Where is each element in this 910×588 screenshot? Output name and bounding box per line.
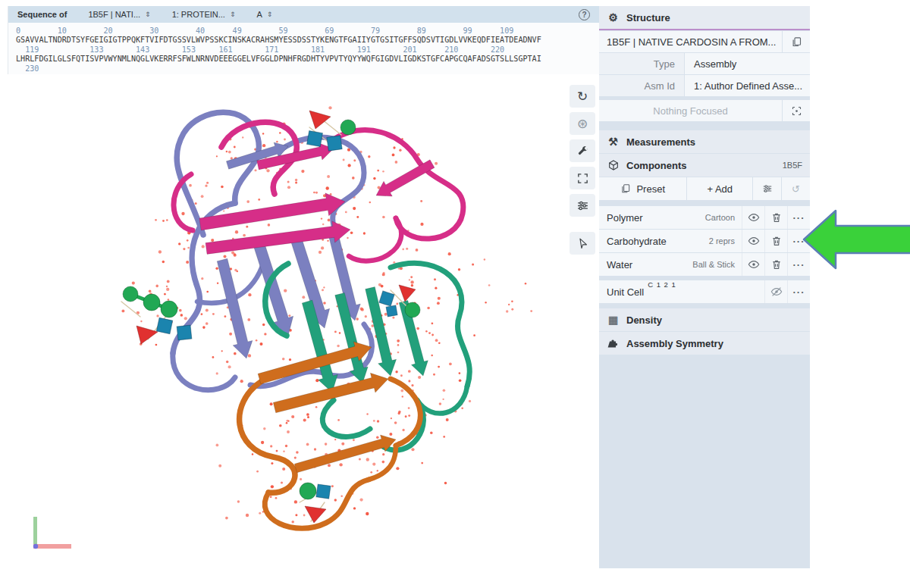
- screenshot-icon[interactable]: ⊛: [570, 112, 595, 135]
- chain-select[interactable]: A ⇕: [256, 10, 272, 19]
- structure-section-header[interactable]: ⚙ Structure: [599, 6, 810, 30]
- history-icon[interactable]: ↺: [782, 177, 810, 200]
- section-gap: [599, 121, 810, 130]
- viewer-settings-icon[interactable]: [570, 194, 595, 217]
- polymer-chain-purple[interactable]: [173, 112, 372, 390]
- structure-title: 1B5F | NATIVE CARDOSIN A FROM...: [599, 31, 782, 52]
- unit-cell-row[interactable]: Unit Cell C 1 2 1 ···: [599, 280, 810, 303]
- type-value[interactable]: Assembly: [685, 53, 810, 74]
- focus-placeholder: Nothing Focused: [599, 100, 782, 121]
- density-grid-icon: ▦: [607, 314, 620, 326]
- section-gap: [599, 200, 810, 205]
- asm-id-value[interactable]: 1: Author Defined Asse...: [685, 75, 810, 96]
- focus-row: Nothing Focused: [599, 100, 810, 121]
- more-options-icon[interactable]: ···: [787, 280, 810, 303]
- assembly-symmetry-section-header[interactable]: Assembly Symmetry: [599, 332, 810, 355]
- entity-select[interactable]: 1: PROTEIN... ⇕: [172, 10, 236, 19]
- visibility-eye-icon[interactable]: [742, 206, 764, 229]
- components-section-header[interactable]: Components 1B5F: [599, 154, 810, 177]
- molecule-canvas[interactable]: ↻ ⊛: [8, 74, 599, 567]
- visibility-eye-icon[interactable]: [742, 253, 764, 276]
- chevron-updown-icon: ⇕: [267, 11, 273, 18]
- structure-select[interactable]: 1B5F | NATI... ⇕: [88, 10, 150, 19]
- bookmark-icon[interactable]: [783, 31, 810, 52]
- sequence-header-bar: Sequence of 1B5F | NATI... ⇕ 1: PROTEIN.…: [8, 6, 599, 23]
- sequence-numbers-row-2: 119 133 143 153 161 171 181 191 201 210 …: [16, 45, 592, 55]
- sequence-numbers-row-3: 230: [16, 64, 592, 74]
- component-row-water[interactable]: Water Ball & Stick ···: [599, 253, 810, 276]
- axes-widget: [33, 517, 71, 549]
- components-header-label: Components: [626, 160, 686, 171]
- chevron-updown-icon: ⇕: [230, 11, 236, 18]
- sequence-residues-row-2[interactable]: LHRLFDGILGLSFQTISVPVWYNMLNQGLVKERRFSFWLN…: [16, 55, 592, 64]
- visibility-eye-off-icon[interactable]: [764, 280, 787, 303]
- section-gap: [599, 303, 810, 308]
- bookmark-icon: [620, 183, 631, 194]
- expand-fullscreen-icon[interactable]: [570, 167, 595, 189]
- more-options-icon[interactable]: ···: [787, 253, 810, 276]
- puzzle-piece-icon: [607, 337, 620, 349]
- component-options-sliders-icon[interactable]: [753, 177, 781, 200]
- unit-cell-spacegroup: C 1 2 1: [648, 280, 676, 303]
- help-icon[interactable]: ?: [579, 9, 590, 20]
- trash-icon[interactable]: [764, 230, 787, 252]
- visibility-eye-icon[interactable]: [742, 230, 764, 252]
- more-options-icon[interactable]: ···: [787, 206, 810, 229]
- viewer-toolbar: ↻ ⊛: [570, 85, 595, 255]
- preset-button[interactable]: Preset: [599, 177, 686, 200]
- trash-icon[interactable]: [764, 206, 787, 229]
- component-row-polymer[interactable]: Polymer Cartoon ···: [599, 206, 810, 229]
- molecule-3d-view[interactable]: [8, 74, 599, 567]
- add-component-button[interactable]: + Add: [687, 177, 752, 200]
- annotation-arrow: [801, 206, 910, 274]
- measurements-header-label: Measurements: [626, 136, 695, 148]
- asm-id-label: Asm Id: [599, 75, 684, 96]
- section-gap: [599, 276, 810, 280]
- reset-camera-icon[interactable]: ↻: [570, 85, 595, 108]
- structure-header-label: Structure: [626, 12, 670, 23]
- density-header-label: Density: [626, 314, 662, 326]
- gear-icon: ⚙: [607, 11, 620, 23]
- trash-icon[interactable]: [764, 253, 787, 276]
- focus-target-icon[interactable]: [783, 100, 810, 121]
- controls-sidebar: ⚙ Structure 1B5F | NATIVE CARDOSIN A FRO…: [599, 6, 810, 568]
- measurements-tools-icon: ⚒: [607, 136, 620, 148]
- component-row-carbohydrate[interactable]: Carbohydrate 2 reprs ···: [599, 230, 810, 252]
- chevron-updown-icon: ⇕: [145, 11, 151, 18]
- assembly-symmetry-header-label: Assembly Symmetry: [626, 338, 723, 349]
- components-actions-row: Preset + Add ↺: [599, 177, 810, 200]
- sequence-residues-row-1[interactable]: GSAVVALTNDRDTSYFGEIGIGTPPQKFTVIFDTGSSVLW…: [16, 36, 592, 45]
- density-section-header[interactable]: ▦ Density: [599, 308, 810, 331]
- type-row: Type Assembly: [599, 53, 810, 74]
- components-cube-icon: [607, 159, 620, 171]
- structure-title-row: 1B5F | NATIVE CARDOSIN A FROM...: [599, 31, 810, 52]
- sequence-numbers-row-1: 0 10 20 30 40 49 59 69 79 89 99 109: [16, 27, 592, 36]
- selection-cursor-icon[interactable]: [570, 232, 595, 255]
- more-options-icon[interactable]: ···: [787, 230, 810, 252]
- components-pdb-badge: 1B5F: [783, 161, 802, 170]
- controls-wrench-icon[interactable]: [570, 139, 595, 162]
- sequence-of-label: Sequence of: [17, 10, 67, 19]
- type-label: Type: [599, 53, 684, 74]
- measurements-section-header[interactable]: ⚒ Measurements: [599, 130, 810, 153]
- asm-id-row: Asm Id 1: Author Defined Asse...: [599, 75, 810, 96]
